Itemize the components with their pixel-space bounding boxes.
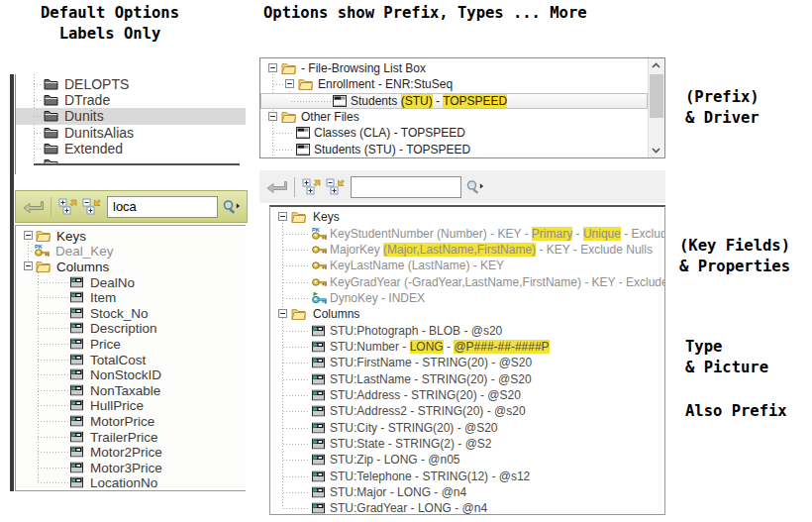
tree-row[interactable]: DunitsAlias: [16, 125, 246, 141]
search-icon[interactable]: [465, 179, 484, 194]
tree-row[interactable]: NonTaxable: [16, 382, 246, 398]
tree-row[interactable]: Item: [16, 289, 246, 305]
tree-row[interactable]: HullPrice: [16, 398, 246, 414]
tree-row[interactable]: STU:GradYear - LONG - @n4: [270, 500, 664, 515]
tree-row[interactable]: NonStockID: [16, 366, 246, 382]
search-icon[interactable]: [222, 199, 241, 214]
annotation-line: (Key Fields): [679, 237, 790, 255]
tree-row-label: KeyLastName (LastName) - KEY: [330, 259, 504, 272]
tree-row[interactable]: PKKeyStudentNumber (Number) - KEY - Prim…: [270, 225, 664, 241]
collapse-expander-icon[interactable]: [24, 231, 33, 240]
tree-row[interactable]: STU:State - STRING(2) - @S2: [270, 436, 664, 452]
tree-guide: [34, 116, 42, 117]
plain-text: -: [572, 227, 583, 241]
locator-search-input[interactable]: [351, 176, 461, 198]
tree-row[interactable]: STU:City - STRING(20) - @S20: [270, 420, 664, 436]
tree-row[interactable]: Columns: [16, 259, 246, 274]
tree-row[interactable]: Motor2Price: [16, 444, 246, 460]
tree-guide: [273, 150, 294, 151]
column-icon: [312, 358, 325, 368]
tree-row[interactable]: PKDeal_Key: [16, 244, 246, 260]
labels-only-tree: KeysPKDeal_KeyColumnsDealNoItemStock_NoD…: [15, 225, 246, 491]
tree-row[interactable]: Enrollment - ENR:StuSeq: [260, 76, 648, 92]
scrollbar-thumb[interactable]: [650, 74, 663, 118]
scroll-down-icon[interactable]: [652, 148, 660, 154]
tree-row[interactable]: Keys: [270, 209, 664, 225]
tree-row-label: Dunits: [64, 108, 104, 124]
tree-row[interactable]: Keys: [16, 228, 246, 244]
highlighted-text: (STU): [401, 94, 433, 108]
right-search-toolbar: [259, 170, 665, 203]
tree-row[interactable]: DELOPTS: [16, 76, 246, 92]
tree-row-label: Keys: [56, 228, 86, 243]
scroll-up-icon[interactable]: [652, 62, 660, 68]
locator-search-input[interactable]: [107, 196, 218, 218]
folder-icon: [281, 62, 296, 75]
tree-row[interactable]: Extended: [16, 141, 246, 157]
collapse-expander-icon[interactable]: [278, 309, 287, 318]
tree-guide: [283, 234, 310, 235]
tree-row[interactable]: TrailerPrice: [16, 429, 246, 445]
collapse-all-icon[interactable]: [326, 178, 346, 195]
annotation-line: Also Prefix: [685, 402, 787, 420]
collapse-expander-icon[interactable]: [24, 261, 33, 270]
collapse-all-icon[interactable]: [82, 198, 102, 215]
return-arrow-icon[interactable]: [265, 180, 287, 194]
collapse-expander-icon[interactable]: [268, 112, 277, 121]
tree-row[interactable]: TotalCost: [16, 352, 246, 367]
tree-row[interactable]: Classes (CLA) - TOPSPEED: [260, 125, 648, 141]
tree-guide: [38, 482, 68, 483]
tree-guide: [38, 421, 68, 422]
collapse-expander-icon[interactable]: [285, 79, 294, 88]
collapse-expander-icon[interactable]: [278, 212, 287, 221]
tree-row[interactable]: LocationNo: [16, 475, 246, 491]
tree-row[interactable]: - File-Browsing List Box: [260, 60, 648, 76]
column-icon: [70, 292, 83, 303]
tree-row[interactable]: STU:Address2 - STRING(20) - @s20: [270, 403, 664, 419]
tree-row-label: DunitsAlias: [64, 125, 134, 141]
expand-all-icon[interactable]: [302, 178, 322, 195]
tree-row[interactable]: DealNo: [16, 274, 246, 290]
tree-guide: [38, 328, 68, 329]
tree-row[interactable]: STU:Major - LONG - @n4: [270, 484, 664, 500]
highlighted-text: Unique: [583, 227, 621, 241]
tree-row[interactable]: STU:Photograph - BLOB - @s20: [270, 322, 664, 338]
tree-row[interactable]: Students (STU) - TOPSPEED: [260, 93, 648, 109]
vertical-scrollbar[interactable]: [648, 58, 664, 157]
tree-row[interactable]: STU:Number - LONG - @P###-##-####P: [270, 339, 664, 355]
tree-row[interactable]: STU:LastName - STRING(20) - @S20: [270, 371, 664, 387]
tree-row[interactable]: MotorPrice: [16, 413, 246, 429]
tree-row[interactable]: Stock_No: [16, 305, 246, 321]
screenshot-edge-bar: [10, 74, 14, 491]
tree-row[interactable]: STU:Zip - LONG - @n05: [270, 452, 664, 468]
tree-row[interactable]: [260, 157, 648, 158]
tree-guide: [34, 84, 42, 85]
tree-row-label: TrailerPrice: [90, 429, 158, 444]
tree-row[interactable]: STU:Address - STRING(20) - @S20: [270, 387, 664, 403]
highlighted-text: (Major,LastName,FirstName): [383, 243, 536, 257]
tree-row[interactable]: Students (STU) - TOPSPEED: [260, 142, 648, 157]
tree-row[interactable]: DTrade: [16, 92, 246, 108]
divider-line: [34, 163, 240, 165]
tree-row[interactable]: Description: [16, 321, 246, 337]
column-icon: [70, 400, 83, 411]
folder-icon: [298, 78, 313, 91]
tree-row[interactable]: KeyGradYear (-GradYear,LastName,FirstNam…: [270, 273, 664, 289]
tree-row[interactable]: Other Files: [260, 109, 648, 125]
tree-row[interactable]: KeyLastName (LastName) - KEY: [270, 258, 664, 273]
tree-row[interactable]: STU:Telephone - STRING(12) - @s12: [270, 469, 664, 484]
expand-all-icon[interactable]: [58, 198, 78, 215]
return-arrow-icon[interactable]: [22, 200, 44, 214]
tree-row[interactable]: DynoKey - INDEX: [270, 290, 664, 306]
collapse-expander-icon[interactable]: [268, 63, 277, 72]
tree-row[interactable]: STU:FirstName - STRING(20) - @S20: [270, 355, 664, 370]
tree-row[interactable]: Price: [16, 336, 246, 352]
key-icon: [312, 277, 327, 287]
tree-guide: [283, 363, 310, 364]
tree-row[interactable]: MajorKey (Major,LastName,FirstName) - KE…: [270, 242, 664, 258]
folder-icon: [44, 127, 58, 139]
tree-row[interactable]: Dunits: [16, 108, 246, 124]
tree-row-label: LocationNo: [90, 475, 157, 490]
tree-row[interactable]: Motor3Price: [16, 460, 246, 475]
tree-row[interactable]: Columns: [270, 306, 664, 322]
